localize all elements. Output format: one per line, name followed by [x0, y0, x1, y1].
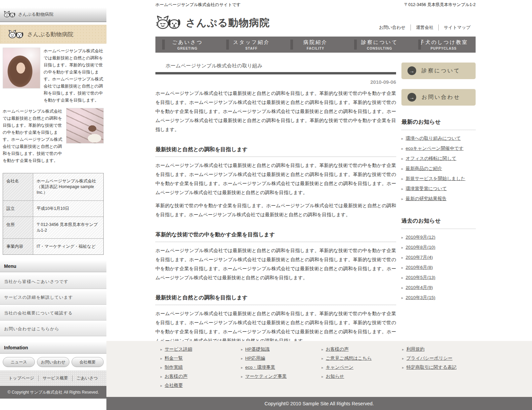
- triangle-bullet-icon: ▸: [402, 365, 404, 369]
- footer-link-row: ▸お知らせ: [322, 373, 402, 379]
- nav-label-en: CONSULTING: [367, 47, 392, 50]
- news-item: ▸新規サービスを開始しました: [401, 176, 476, 182]
- footer-link[interactable]: お客様の声: [326, 347, 349, 352]
- footnav-service-link[interactable]: サービス概要: [38, 375, 72, 381]
- row-value: 平成10年1月10日: [33, 201, 103, 217]
- news-item: ▸最新商品のご紹介: [401, 166, 476, 172]
- nav-facility[interactable]: 病院紹介 FACILITY: [284, 37, 348, 53]
- triangle-bullet-icon: ▸: [401, 167, 403, 171]
- archive-link[interactable]: 2010年4月(9): [406, 285, 433, 290]
- menu-item-company[interactable]: 当社の会社概要について確認する: [0, 306, 106, 320]
- news-item: ▸オフィスの移転に関して: [401, 156, 476, 162]
- article-section-1: 最新技術と自然との調和を目指します ホームページサンプル株式会社では最新技術と自…: [155, 146, 396, 219]
- main-nav: ごあいさつ GREETING スタッフ紹介 STAFF 病院紹介 FACILIT…: [155, 37, 476, 53]
- left-panel-header: さんぷる動物病院: [0, 7, 106, 22]
- footer-link[interactable]: お客様の声: [165, 374, 188, 379]
- cat-dog-logo-icon: [8, 29, 25, 40]
- archive-link[interactable]: 2010年6月(8): [406, 265, 433, 270]
- utility-nav: お問い合わせ 運営会社 サイトマップ: [374, 24, 476, 31]
- triangle-bullet-icon: ▸: [160, 374, 162, 378]
- archive-link[interactable]: 2010年8月(10): [406, 245, 436, 250]
- footer-link[interactable]: 会社概要: [165, 383, 183, 388]
- archive-item: ▸2010年6月(8): [401, 265, 476, 271]
- archive-link[interactable]: 2010年9月(12): [406, 235, 436, 240]
- footer-link[interactable]: プライバシーポリシー: [406, 356, 453, 361]
- archive-link[interactable]: 2010年7月(4): [406, 255, 433, 260]
- footnav-top-link[interactable]: トップページ: [4, 375, 38, 381]
- triangle-bullet-icon: ▸: [401, 296, 403, 300]
- footer-link[interactable]: HP応用編: [245, 356, 265, 361]
- row-value: IT・マーケティング・福祉など: [33, 239, 103, 254]
- archive-link[interactable]: 2010年3月(15): [406, 295, 436, 300]
- site-tagline: ホームページサンプル株式会社のサイトです: [155, 2, 241, 8]
- archive-item: ▸2010年7月(4): [401, 254, 476, 260]
- news-item: ▸最新の研究結果報告: [401, 196, 476, 202]
- menu-item-contact[interactable]: お問い合わせはこちらから: [0, 321, 106, 336]
- menu-item-service[interactable]: サービスの詳細を解説しています: [0, 290, 106, 305]
- footer-link[interactable]: 特定商取引に関する表記: [406, 365, 456, 370]
- section-heading: 最新技術と自然との調和を目指します: [155, 294, 396, 305]
- nav-greeting[interactable]: ごあいさつ GREETING: [155, 37, 220, 53]
- footer-link[interactable]: 料金一覧: [165, 356, 183, 361]
- footer-link[interactable]: 制作実績: [165, 365, 183, 370]
- profile-text-2: ホームページサンプル株式会社では最新技術と自然との調和を目指します。革新的な技術…: [3, 108, 63, 164]
- cat-dog-logo-icon[interactable]: [155, 14, 182, 31]
- news-pill-button[interactable]: ニュース: [3, 357, 35, 367]
- contact-button[interactable]: → お問い合わせ: [401, 89, 476, 106]
- archive-link[interactable]: 2010年5月(13): [406, 275, 436, 280]
- contact-pill-button[interactable]: お問い合わせ: [37, 357, 69, 367]
- footer-link[interactable]: eco・環境事業: [245, 365, 275, 370]
- site-title[interactable]: さんぷる動物病院: [186, 16, 270, 30]
- nav-staff[interactable]: スタッフ紹介 STAFF: [220, 37, 284, 53]
- footer-copyright: Copyright© 2010 Sample Site All Rights R…: [106, 397, 532, 410]
- button-label: 診察について: [422, 67, 461, 74]
- news-link[interactable]: 最新の研究結果報告: [406, 196, 447, 201]
- section-paragraph: ホームページサンプル株式会社では最新技術と自然との調和を目指します。革新的な技術…: [155, 161, 396, 197]
- footer-column-services: ▸サービス詳細 ▸料金一覧 ▸制作実績 ▸お客様の声 ▸会社概要: [160, 346, 241, 392]
- footer-link[interactable]: サービス詳細: [165, 347, 192, 352]
- article-date: 2010-09-06: [155, 79, 396, 85]
- footer-link[interactable]: 利用規約: [406, 347, 425, 352]
- left-menu: 当社から皆様へごあいさつです サービスの詳細を解説しています 当社の会社概要につ…: [0, 274, 106, 336]
- latest-news-list: ▸環境への取り組みについて ▸ecoキャンペーン開催中です ▸オフィスの移転に関…: [401, 135, 476, 202]
- footer: ▸サービス詳細 ▸料金一覧 ▸制作実績 ▸お客様の声 ▸会社概要 ▸HP基礎知識…: [106, 341, 532, 397]
- row-label: 住所: [3, 217, 33, 238]
- triangle-bullet-icon: ▸: [241, 374, 243, 378]
- table-row: 事業内容 IT・マーケティング・福祉など: [3, 239, 103, 254]
- news-link[interactable]: 最新商品のご紹介: [406, 166, 442, 171]
- nav-puppyclass[interactable]: 子犬のしつけ教室 PUPPYCLASS: [412, 37, 476, 53]
- footer-link[interactable]: キャンペーン: [326, 365, 354, 370]
- footer-link[interactable]: お知らせ: [326, 374, 344, 379]
- cat-dog-logo-icon: [3, 10, 16, 18]
- consulting-button[interactable]: → 診察について: [401, 62, 476, 79]
- menu-item-greeting[interactable]: 当社から皆様へごあいさつです: [0, 274, 106, 289]
- news-item: ▸環境賞受賞について: [401, 186, 476, 192]
- news-link[interactable]: ecoキャンペーン開催中です: [406, 146, 464, 151]
- triangle-bullet-icon: ▸: [322, 365, 324, 369]
- news-link[interactable]: 新規サービスを開始しました: [406, 176, 466, 181]
- section-heading: 革新的な技術で世の中を動かす企業を目指します: [155, 231, 396, 242]
- footer-link[interactable]: ご意見ご感想はこちら: [326, 356, 372, 361]
- nav-consulting[interactable]: 診察について CONSULTING: [347, 37, 412, 53]
- footer-link[interactable]: HP基礎知識: [245, 347, 270, 352]
- news-link[interactable]: オフィスの移転に関して: [406, 156, 456, 161]
- latest-news-header: 最新のお知らせ: [401, 118, 476, 130]
- triangle-bullet-icon: ▸: [401, 235, 403, 239]
- footnav-greeting-link[interactable]: ごあいさつ: [72, 375, 102, 381]
- top-strip: ホームページサンプル株式会社のサイトです 〒012-3456 見本県見本市サンプ…: [155, 0, 476, 8]
- company-info-table: 会社名 ホームページサンプル株式会社 （英語表記 Homepage sample…: [3, 173, 104, 255]
- left-panel-banner: さんぷる動物病院: [0, 25, 106, 44]
- nav-label-jp: 病院紹介: [303, 39, 328, 46]
- utility-operator-link[interactable]: 運営会社: [410, 24, 438, 31]
- left-panel-banner-title: さんぷる動物病院: [27, 31, 74, 38]
- news-link[interactable]: 環境への取り組みについて: [406, 136, 461, 141]
- profile-text-1: ホームページサンプル株式会社では最新技術と自然との調和を目指します。革新的な技術…: [44, 48, 104, 104]
- footer-link[interactable]: マーケティング事業: [245, 374, 287, 379]
- company-pill-button[interactable]: 会社概要: [71, 357, 104, 367]
- utility-contact-link[interactable]: お問い合わせ: [374, 24, 410, 31]
- triangle-bullet-icon: ▸: [160, 365, 162, 369]
- utility-sitemap-link[interactable]: サイトマップ: [438, 24, 476, 31]
- news-link[interactable]: 環境賞受賞について: [406, 186, 447, 191]
- article-title: ホームページサンプル株式会社の取り組み: [155, 63, 396, 69]
- footer-link-row: ▸プライバシーポリシー: [402, 355, 483, 361]
